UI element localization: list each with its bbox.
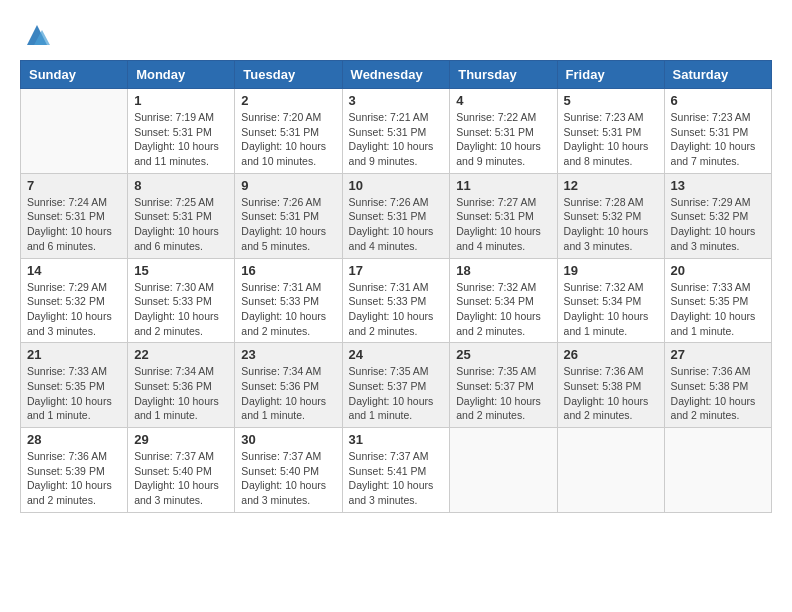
day-info: Sunrise: 7:22 AM Sunset: 5:31 PM Dayligh… (456, 110, 550, 169)
calendar-cell (21, 89, 128, 174)
calendar-cell: 5Sunrise: 7:23 AM Sunset: 5:31 PM Daylig… (557, 89, 664, 174)
day-info: Sunrise: 7:26 AM Sunset: 5:31 PM Dayligh… (349, 195, 444, 254)
day-number: 22 (134, 347, 228, 362)
day-number: 20 (671, 263, 765, 278)
calendar-cell: 4Sunrise: 7:22 AM Sunset: 5:31 PM Daylig… (450, 89, 557, 174)
day-info: Sunrise: 7:31 AM Sunset: 5:33 PM Dayligh… (241, 280, 335, 339)
day-info: Sunrise: 7:36 AM Sunset: 5:38 PM Dayligh… (671, 364, 765, 423)
day-info: Sunrise: 7:37 AM Sunset: 5:40 PM Dayligh… (134, 449, 228, 508)
calendar-header-row: SundayMondayTuesdayWednesdayThursdayFrid… (21, 61, 772, 89)
day-info: Sunrise: 7:29 AM Sunset: 5:32 PM Dayligh… (27, 280, 121, 339)
weekday-header: Tuesday (235, 61, 342, 89)
day-info: Sunrise: 7:36 AM Sunset: 5:39 PM Dayligh… (27, 449, 121, 508)
day-number: 10 (349, 178, 444, 193)
day-info: Sunrise: 7:35 AM Sunset: 5:37 PM Dayligh… (349, 364, 444, 423)
calendar-cell: 16Sunrise: 7:31 AM Sunset: 5:33 PM Dayli… (235, 258, 342, 343)
calendar-cell: 17Sunrise: 7:31 AM Sunset: 5:33 PM Dayli… (342, 258, 450, 343)
day-number: 26 (564, 347, 658, 362)
calendar-cell (450, 428, 557, 513)
day-info: Sunrise: 7:34 AM Sunset: 5:36 PM Dayligh… (241, 364, 335, 423)
day-number: 13 (671, 178, 765, 193)
calendar-cell: 18Sunrise: 7:32 AM Sunset: 5:34 PM Dayli… (450, 258, 557, 343)
calendar-cell: 1Sunrise: 7:19 AM Sunset: 5:31 PM Daylig… (128, 89, 235, 174)
calendar-cell: 13Sunrise: 7:29 AM Sunset: 5:32 PM Dayli… (664, 173, 771, 258)
day-number: 23 (241, 347, 335, 362)
day-info: Sunrise: 7:31 AM Sunset: 5:33 PM Dayligh… (349, 280, 444, 339)
weekday-header: Thursday (450, 61, 557, 89)
day-info: Sunrise: 7:27 AM Sunset: 5:31 PM Dayligh… (456, 195, 550, 254)
calendar-cell: 31Sunrise: 7:37 AM Sunset: 5:41 PM Dayli… (342, 428, 450, 513)
day-number: 27 (671, 347, 765, 362)
calendar-week-row: 14Sunrise: 7:29 AM Sunset: 5:32 PM Dayli… (21, 258, 772, 343)
day-info: Sunrise: 7:23 AM Sunset: 5:31 PM Dayligh… (564, 110, 658, 169)
day-info: Sunrise: 7:34 AM Sunset: 5:36 PM Dayligh… (134, 364, 228, 423)
calendar-cell: 21Sunrise: 7:33 AM Sunset: 5:35 PM Dayli… (21, 343, 128, 428)
calendar-cell: 10Sunrise: 7:26 AM Sunset: 5:31 PM Dayli… (342, 173, 450, 258)
day-number: 18 (456, 263, 550, 278)
day-info: Sunrise: 7:35 AM Sunset: 5:37 PM Dayligh… (456, 364, 550, 423)
day-number: 5 (564, 93, 658, 108)
page-header (20, 20, 772, 50)
day-number: 14 (27, 263, 121, 278)
calendar-cell: 9Sunrise: 7:26 AM Sunset: 5:31 PM Daylig… (235, 173, 342, 258)
calendar-cell (664, 428, 771, 513)
logo (20, 20, 52, 50)
calendar-cell: 15Sunrise: 7:30 AM Sunset: 5:33 PM Dayli… (128, 258, 235, 343)
calendar-cell: 20Sunrise: 7:33 AM Sunset: 5:35 PM Dayli… (664, 258, 771, 343)
calendar-week-row: 28Sunrise: 7:36 AM Sunset: 5:39 PM Dayli… (21, 428, 772, 513)
day-info: Sunrise: 7:25 AM Sunset: 5:31 PM Dayligh… (134, 195, 228, 254)
day-info: Sunrise: 7:37 AM Sunset: 5:41 PM Dayligh… (349, 449, 444, 508)
day-number: 29 (134, 432, 228, 447)
day-info: Sunrise: 7:26 AM Sunset: 5:31 PM Dayligh… (241, 195, 335, 254)
day-info: Sunrise: 7:33 AM Sunset: 5:35 PM Dayligh… (671, 280, 765, 339)
day-info: Sunrise: 7:28 AM Sunset: 5:32 PM Dayligh… (564, 195, 658, 254)
calendar-table: SundayMondayTuesdayWednesdayThursdayFrid… (20, 60, 772, 513)
day-number: 17 (349, 263, 444, 278)
calendar-cell: 23Sunrise: 7:34 AM Sunset: 5:36 PM Dayli… (235, 343, 342, 428)
calendar-cell: 11Sunrise: 7:27 AM Sunset: 5:31 PM Dayli… (450, 173, 557, 258)
logo-icon (22, 20, 52, 50)
day-info: Sunrise: 7:20 AM Sunset: 5:31 PM Dayligh… (241, 110, 335, 169)
day-number: 25 (456, 347, 550, 362)
calendar-cell: 2Sunrise: 7:20 AM Sunset: 5:31 PM Daylig… (235, 89, 342, 174)
day-number: 30 (241, 432, 335, 447)
calendar-cell: 14Sunrise: 7:29 AM Sunset: 5:32 PM Dayli… (21, 258, 128, 343)
day-number: 12 (564, 178, 658, 193)
calendar-cell: 3Sunrise: 7:21 AM Sunset: 5:31 PM Daylig… (342, 89, 450, 174)
day-number: 4 (456, 93, 550, 108)
day-number: 8 (134, 178, 228, 193)
day-info: Sunrise: 7:30 AM Sunset: 5:33 PM Dayligh… (134, 280, 228, 339)
day-info: Sunrise: 7:23 AM Sunset: 5:31 PM Dayligh… (671, 110, 765, 169)
day-info: Sunrise: 7:21 AM Sunset: 5:31 PM Dayligh… (349, 110, 444, 169)
day-number: 15 (134, 263, 228, 278)
day-number: 1 (134, 93, 228, 108)
day-number: 6 (671, 93, 765, 108)
calendar-cell: 22Sunrise: 7:34 AM Sunset: 5:36 PM Dayli… (128, 343, 235, 428)
calendar-cell: 28Sunrise: 7:36 AM Sunset: 5:39 PM Dayli… (21, 428, 128, 513)
calendar-cell: 24Sunrise: 7:35 AM Sunset: 5:37 PM Dayli… (342, 343, 450, 428)
day-info: Sunrise: 7:29 AM Sunset: 5:32 PM Dayligh… (671, 195, 765, 254)
weekday-header: Sunday (21, 61, 128, 89)
day-info: Sunrise: 7:36 AM Sunset: 5:38 PM Dayligh… (564, 364, 658, 423)
day-number: 7 (27, 178, 121, 193)
calendar-cell: 29Sunrise: 7:37 AM Sunset: 5:40 PM Dayli… (128, 428, 235, 513)
calendar-cell: 27Sunrise: 7:36 AM Sunset: 5:38 PM Dayli… (664, 343, 771, 428)
calendar-cell: 12Sunrise: 7:28 AM Sunset: 5:32 PM Dayli… (557, 173, 664, 258)
day-number: 24 (349, 347, 444, 362)
calendar-cell: 6Sunrise: 7:23 AM Sunset: 5:31 PM Daylig… (664, 89, 771, 174)
weekday-header: Wednesday (342, 61, 450, 89)
day-info: Sunrise: 7:37 AM Sunset: 5:40 PM Dayligh… (241, 449, 335, 508)
day-info: Sunrise: 7:19 AM Sunset: 5:31 PM Dayligh… (134, 110, 228, 169)
day-number: 19 (564, 263, 658, 278)
calendar-week-row: 21Sunrise: 7:33 AM Sunset: 5:35 PM Dayli… (21, 343, 772, 428)
calendar-cell: 7Sunrise: 7:24 AM Sunset: 5:31 PM Daylig… (21, 173, 128, 258)
calendar-cell (557, 428, 664, 513)
day-number: 9 (241, 178, 335, 193)
day-number: 11 (456, 178, 550, 193)
day-number: 28 (27, 432, 121, 447)
day-number: 2 (241, 93, 335, 108)
day-number: 16 (241, 263, 335, 278)
calendar-cell: 26Sunrise: 7:36 AM Sunset: 5:38 PM Dayli… (557, 343, 664, 428)
calendar-week-row: 1Sunrise: 7:19 AM Sunset: 5:31 PM Daylig… (21, 89, 772, 174)
day-info: Sunrise: 7:33 AM Sunset: 5:35 PM Dayligh… (27, 364, 121, 423)
